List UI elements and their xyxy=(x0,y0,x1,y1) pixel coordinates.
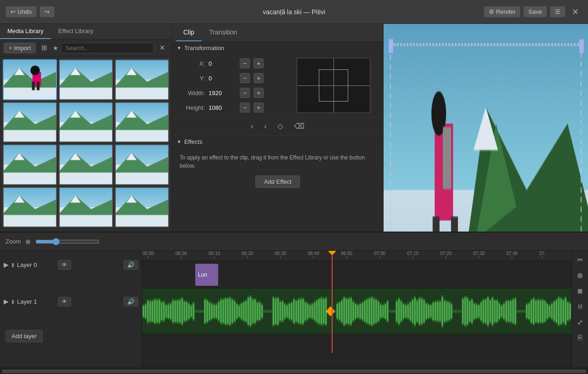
effects-header[interactable]: ▼ Effects xyxy=(172,136,383,148)
list-icon: ⊞ xyxy=(41,44,47,51)
add-layer-button[interactable]: Add layer xyxy=(6,330,43,342)
group-icon: ▦ xyxy=(577,288,582,294)
timeline-tracks: Lun xyxy=(142,261,571,334)
unlink-icon: ⊗ xyxy=(577,271,583,280)
undo-icon: ↩ xyxy=(11,8,16,15)
add-layer-label: Add layer xyxy=(11,333,37,340)
layer0-label-row: ▶ ▮ Layer 0 👁 🔊 xyxy=(0,251,142,278)
unlink-button[interactable]: ⊗ xyxy=(573,268,587,282)
media-thumb-8[interactable] xyxy=(59,144,113,185)
remove-keyframe-button[interactable]: ⌫ xyxy=(291,121,307,131)
layer1-audio-button[interactable]: 🔊 xyxy=(124,297,138,306)
transformation-title: Transformation xyxy=(184,45,224,51)
ruler-mark: 07: xyxy=(539,251,546,259)
next-kf-icon: › xyxy=(264,122,266,130)
redo-button[interactable]: ↪ xyxy=(40,6,55,17)
width-decrease-button[interactable]: − xyxy=(240,88,250,98)
render-label: Render xyxy=(496,8,516,15)
titlebar: ↩ Undo ↪ vacanță la ski — Pitivi ⚙ Rende… xyxy=(0,0,588,24)
horizontal-scrollbar[interactable] xyxy=(2,369,586,373)
clip-tab-label: Clip xyxy=(183,28,194,36)
ruler-mark: 06:40 xyxy=(308,251,319,259)
view-toggle-button[interactable]: ⊞ xyxy=(39,42,50,53)
prev-kf-icon: ‹ xyxy=(251,122,253,130)
paste-button[interactable]: ⎘ xyxy=(573,331,587,345)
zoom-slider[interactable] xyxy=(35,238,100,245)
add-effect-label: Add Effect xyxy=(264,178,292,185)
thumb-canvas-5 xyxy=(60,103,112,142)
add-keyframe-button[interactable]: ◇ xyxy=(275,121,286,131)
ruler-mark: 06:20 xyxy=(242,251,253,259)
height-increase-button[interactable]: + xyxy=(254,102,264,113)
add-effect-button[interactable]: Add Effect xyxy=(255,176,300,188)
timeline-ruler: 05:5006:0006:1006:2006:3006:4006:5007:00… xyxy=(142,251,571,261)
tab-media-library[interactable]: Media Library xyxy=(0,24,51,39)
media-toolbar: + Import ⊞ ★ ✕ xyxy=(0,40,172,57)
media-thumb-9[interactable] xyxy=(115,144,169,185)
thumb-canvas-1 xyxy=(4,60,56,99)
media-thumb-2[interactable] xyxy=(59,59,113,100)
ruler-mark: 06:30 xyxy=(275,251,286,259)
media-thumb-7[interactable] xyxy=(3,144,57,185)
undo-button[interactable]: ↩ Undo xyxy=(6,6,37,17)
ruler-mark: 07:10 xyxy=(407,251,418,259)
thumb-canvas-11 xyxy=(60,188,112,227)
media-thumb-10[interactable] xyxy=(3,187,57,228)
next-keyframe-button[interactable]: › xyxy=(261,121,269,131)
search-icon: ★ xyxy=(53,45,58,51)
thumb-canvas-10 xyxy=(4,188,56,227)
clear-search-button[interactable]: ✕ xyxy=(157,42,168,53)
width-increase-button[interactable]: + xyxy=(254,88,264,98)
transform-height-row: Height: 1080 − + xyxy=(180,100,289,115)
media-thumb-1[interactable] xyxy=(3,59,57,100)
hamburger-icon: ☰ xyxy=(555,8,560,15)
snap-button[interactable]: ⤢ xyxy=(573,315,587,329)
save-button[interactable]: Save xyxy=(523,6,547,17)
transform-box xyxy=(319,69,348,102)
video-track-icon-1: ▶ xyxy=(4,298,9,305)
thumb-canvas-4 xyxy=(4,103,56,142)
layer1-visibility-button[interactable]: 👁 xyxy=(58,297,71,306)
media-thumb-3[interactable] xyxy=(115,59,169,100)
x-decrease-button[interactable]: − xyxy=(240,58,250,68)
transition-tab-label: Transition xyxy=(209,28,237,36)
close-button[interactable]: ✕ xyxy=(568,5,582,19)
waveform-canvas xyxy=(142,289,571,334)
ruler-mark: 06:10 xyxy=(209,251,220,259)
menu-button[interactable]: ☰ xyxy=(550,6,565,17)
media-thumb-5[interactable] xyxy=(59,102,113,143)
search-input[interactable] xyxy=(61,43,154,53)
y-decrease-button[interactable]: − xyxy=(240,73,250,83)
media-thumb-6[interactable] xyxy=(115,102,169,143)
prev-keyframe-button[interactable]: ‹ xyxy=(248,121,256,131)
import-button[interactable]: + Import xyxy=(4,43,36,53)
x-increase-button[interactable]: + xyxy=(254,58,264,68)
tab-clip[interactable]: Clip xyxy=(176,24,202,41)
layer0-audio-button[interactable]: 🔊 xyxy=(124,260,138,270)
effect-library-label: Effect Library xyxy=(58,28,93,34)
layer0-track: Lun xyxy=(142,261,571,289)
ungroup-button[interactable]: ⊟ xyxy=(573,300,587,313)
effects-description: To apply an effect to the clip, drag it … xyxy=(180,150,376,174)
paste-icon: ⎘ xyxy=(578,334,582,342)
timeline-content[interactable]: 05:5006:0006:1006:2006:3006:4006:5007:00… xyxy=(142,251,571,368)
tab-transition[interactable]: Transition xyxy=(202,24,244,41)
x-value: 0 xyxy=(209,60,236,67)
media-thumb-4[interactable] xyxy=(3,102,57,143)
height-decrease-button[interactable]: − xyxy=(240,102,250,113)
razor-tool-button[interactable]: ✂ xyxy=(573,253,587,266)
render-button[interactable]: ⚙ Render xyxy=(484,6,521,17)
tab-effect-library[interactable]: Effect Library xyxy=(51,24,101,39)
transform-values: X: 0 − + Y: 0 − + Width: 1920 − + xyxy=(172,54,297,117)
zoom-icon: ⊕ xyxy=(25,238,31,245)
y-increase-button[interactable]: + xyxy=(254,73,264,83)
group-button[interactable]: ▦ xyxy=(573,284,587,298)
transformation-header[interactable]: ▼ Transformation xyxy=(172,42,383,54)
lun-clip[interactable]: Lun xyxy=(195,264,218,286)
lock-icon-layer1: ▮ xyxy=(11,299,14,305)
media-thumb-12[interactable] xyxy=(115,187,169,228)
media-thumb-11[interactable] xyxy=(59,187,113,228)
layer0-visibility-button[interactable]: 👁 xyxy=(58,260,71,270)
erase-icon: ⌫ xyxy=(294,122,305,130)
redo-icon: ↪ xyxy=(45,8,50,15)
